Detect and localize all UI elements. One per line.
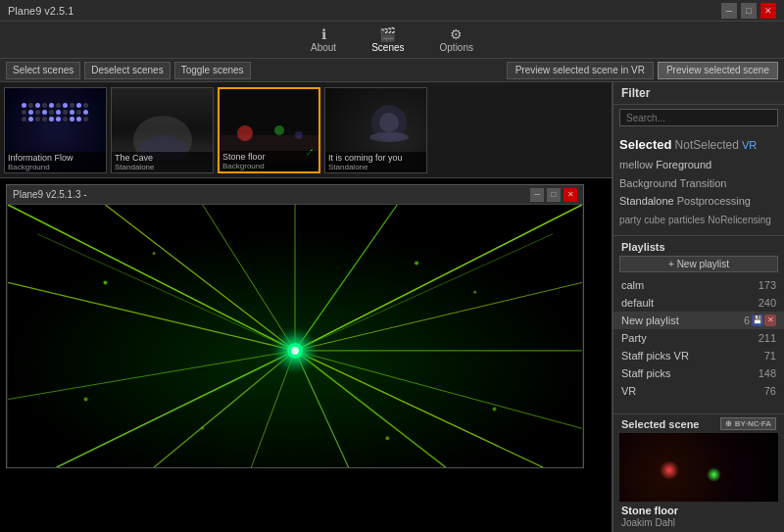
svg-point-32 <box>103 280 107 284</box>
minimize-button[interactable]: ─ <box>721 3 737 19</box>
about-icon: ℹ <box>314 26 333 42</box>
sub-window-controls: ─ □ ✕ <box>530 188 577 202</box>
nav-tabs: ℹ About 🎬 Scenes ⚙ Options <box>303 24 481 55</box>
main-area: Information Flow Background The Cave Sta… <box>0 82 784 532</box>
svg-point-31 <box>291 347 299 355</box>
svg-point-35 <box>473 291 476 294</box>
svg-point-39 <box>385 436 389 440</box>
viz-area: Plane9 v2.5.1.3 - ─ □ ✕ <box>0 178 612 532</box>
app-title: Plane9 v2.5.1 <box>8 5 74 17</box>
scene-thumb-stone-floor[interactable]: ✓ Stone floor Background <box>218 87 320 173</box>
left-panel: Information Flow Background The Cave Sta… <box>0 82 612 532</box>
options-icon: ⚙ <box>447 26 466 42</box>
scene-label-coming: It is coming for you Standalone <box>325 152 426 172</box>
svg-point-8 <box>369 132 409 142</box>
playlist-item-calm[interactable]: calm 173 <box>613 276 784 294</box>
filter-tag-foreground[interactable]: Foreground <box>656 159 711 170</box>
scene-thumb-info-flow[interactable]: Information Flow Background <box>4 87 107 173</box>
svg-point-38 <box>201 427 204 430</box>
svg-point-7 <box>379 113 399 132</box>
playlist-icons: 💾 ✕ <box>752 314 776 326</box>
playlist-item-staff-vr[interactable]: Staff picks VR 71 <box>613 347 784 364</box>
selected-scene-name: Stone floor <box>613 502 784 517</box>
sub-minimize-button[interactable]: ─ <box>530 188 544 202</box>
svg-point-3 <box>237 125 253 141</box>
section-divider-1 <box>613 235 784 236</box>
filter-tag-party[interactable]: party <box>619 215 641 225</box>
close-button[interactable]: ✕ <box>760 3 776 19</box>
laser-visualization <box>7 205 583 467</box>
deselect-scenes-button[interactable]: Deselect scenes <box>84 62 170 79</box>
filter-tag-cube[interactable]: cube <box>644 215 665 225</box>
filter-tag-background[interactable]: Background <box>619 177 677 189</box>
filter-tag-mellow[interactable]: mellow <box>619 159 653 170</box>
filter-tag-postprocessing[interactable]: Postprocessing <box>677 195 751 207</box>
filter-tag-not-selected[interactable]: NotSelected <box>675 138 739 152</box>
selected-scene-author: Joakim Dahl <box>613 517 784 532</box>
right-panel: Filter Selected NotSelected VR mellow Fo… <box>612 82 784 532</box>
toolbar: Select scenes Deselect scenes Toggle sce… <box>0 59 784 82</box>
svg-point-4 <box>274 125 284 135</box>
navbar: ℹ About 🎬 Scenes ⚙ Options <box>0 22 784 59</box>
tab-options-label: Options <box>440 42 473 53</box>
window-controls: ─ □ ✕ <box>721 3 776 19</box>
filter-tag-transition[interactable]: Transition <box>680 177 727 189</box>
sub-maximize-button[interactable]: □ <box>547 188 561 202</box>
sub-window-content <box>7 205 583 467</box>
svg-point-36 <box>84 398 88 402</box>
playlists-section: Playlists + New playlist calm 173 defaul… <box>613 238 784 400</box>
playlist-item-vr[interactable]: VR 76 <box>613 382 784 400</box>
svg-point-34 <box>415 262 418 266</box>
scene-thumb-cave[interactable]: The Cave Standalone <box>111 87 214 173</box>
playlist-item-staff[interactable]: Staff picks 148 <box>613 364 784 382</box>
playlist-save-icon[interactable]: 💾 <box>752 314 763 326</box>
selected-scene-section: Selected scene ⊕ BY·NC·FA Stone floor Jo… <box>613 413 784 532</box>
svg-point-37 <box>492 407 496 411</box>
tab-scenes-label: Scenes <box>371 42 404 53</box>
svg-point-33 <box>153 252 156 255</box>
new-playlist-button[interactable]: + New playlist <box>619 256 778 272</box>
filter-tags: Selected NotSelected VR mellow Foregroun… <box>613 130 784 233</box>
select-scenes-button[interactable]: Select scenes <box>6 62 80 79</box>
selected-scene-thumbnail <box>619 433 778 502</box>
playlist-item-party[interactable]: Party 211 <box>613 329 784 347</box>
filter-header: Filter <box>613 82 784 105</box>
toggle-scenes-button[interactable]: Toggle scenes <box>174 62 251 79</box>
selected-scene-label: Selected scene <box>621 418 700 430</box>
preview-selected-button[interactable]: Preview selected scene <box>658 62 778 79</box>
sub-window: Plane9 v2.5.1.3 - ─ □ ✕ <box>6 184 584 468</box>
cave-visual <box>123 101 202 160</box>
scene-label-cave: The Cave Standalone <box>112 152 213 172</box>
maximize-button[interactable]: □ <box>741 3 757 19</box>
filter-scroll-area: Selected NotSelected VR mellow Foregroun… <box>613 130 784 413</box>
tab-about-label: About <box>311 42 336 53</box>
playlist-item-new[interactable]: New playlist 6 💾 ✕ <box>613 312 784 329</box>
filter-tag-vr[interactable]: VR <box>742 139 757 151</box>
playlists-header: Playlists <box>613 238 784 256</box>
titlebar: Plane9 v2.5.1 ─ □ ✕ <box>0 0 784 22</box>
scene-label-info-flow: Information Flow Background <box>5 152 106 172</box>
sub-window-title: Plane9 v2.5.1.3 - <box>13 189 87 200</box>
scene-label-stone: Stone floor Background <box>220 151 318 171</box>
sub-titlebar: Plane9 v2.5.1.3 - ─ □ ✕ <box>7 185 583 205</box>
scene-thumb-coming[interactable]: It is coming for you Standalone <box>324 87 427 173</box>
selected-scene-header: Selected scene ⊕ BY·NC·FA <box>613 414 784 433</box>
cc-badge: ⊕ BY·NC·FA <box>720 417 776 430</box>
sub-close-button[interactable]: ✕ <box>564 188 577 202</box>
filter-tag-particles[interactable]: particles <box>668 215 705 225</box>
tab-scenes[interactable]: 🎬 Scenes <box>364 24 412 55</box>
playlist-item-default[interactable]: default 240 <box>613 294 784 312</box>
filter-tag-norelicensing[interactable]: NoRelicensing <box>708 215 770 225</box>
coming-visual <box>325 88 423 157</box>
svg-point-5 <box>295 131 303 139</box>
scene-strip: Information Flow Background The Cave Sta… <box>0 82 612 178</box>
filter-tag-selected[interactable]: Selected <box>619 137 671 152</box>
preview-vr-button[interactable]: Preview selected scene in VR <box>507 62 654 79</box>
playlist-delete-icon[interactable]: ✕ <box>764 314 776 326</box>
tab-options[interactable]: ⚙ Options <box>432 24 481 55</box>
search-input[interactable] <box>619 109 778 126</box>
scenes-icon: 🎬 <box>378 26 398 42</box>
filter-tag-standalone[interactable]: Standalone <box>619 195 674 207</box>
tab-about[interactable]: ℹ About <box>303 24 344 55</box>
selected-thumb-bg <box>619 433 778 502</box>
